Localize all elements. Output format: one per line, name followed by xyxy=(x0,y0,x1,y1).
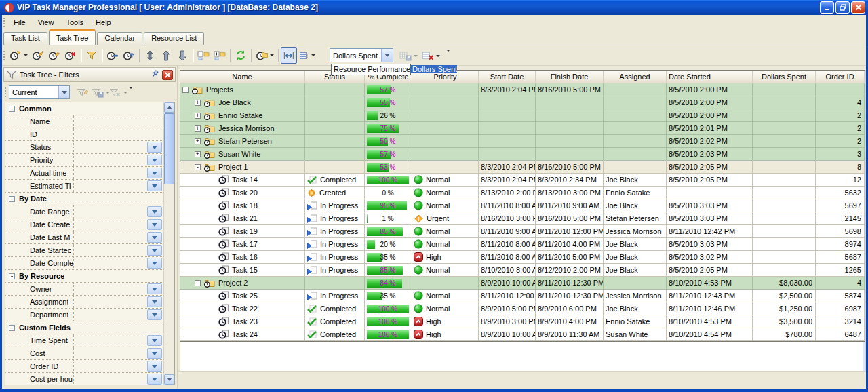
filter-value-dropdown-button[interactable] xyxy=(147,155,162,165)
column-header-date-started[interactable]: Date Started xyxy=(667,71,753,83)
collapse-box-icon[interactable]: - xyxy=(9,273,15,279)
filter-item-estimated-ti[interactable]: Estimated Ti xyxy=(5,180,163,193)
filter-value-dropdown-button[interactable] xyxy=(147,232,162,243)
filter-value-dropdown-button[interactable] xyxy=(147,142,162,153)
restore-button[interactable] xyxy=(835,1,850,14)
filter-scrollbar[interactable] xyxy=(163,102,174,385)
filter-item-owner[interactable]: Owner xyxy=(5,283,163,296)
minimize-button[interactable] xyxy=(820,1,834,14)
pin-icon[interactable] xyxy=(151,70,160,80)
filter-value-dropdown-button[interactable] xyxy=(147,283,162,294)
close-filters-button[interactable] xyxy=(162,70,173,80)
grid-row-task-16[interactable]: Task 16In Progress35 %High8/11/2010 8:00… xyxy=(180,251,865,264)
view-selector[interactable]: Dollars Spent Resource PerformanceDollar… xyxy=(330,48,393,62)
filter-value-dropdown-button[interactable] xyxy=(147,258,162,269)
group-by-button[interactable] xyxy=(254,47,276,64)
menu-tools[interactable]: Tools xyxy=(60,17,90,28)
collapse-box-icon[interactable]: - xyxy=(9,196,15,202)
grid-row-task-19[interactable]: Task 19In Progress85 %Normal8/11/2010 9:… xyxy=(180,225,865,238)
grid-row-jessica-morrison[interactable]: +Jessica Morrison75 %8/5/2010 2:01 PM2 xyxy=(180,122,865,135)
column-header-order-id[interactable]: Order ID xyxy=(816,71,865,83)
assign-resource-button[interactable] xyxy=(121,47,137,64)
filter-toolbar-grip[interactable] xyxy=(5,87,6,97)
toolbar-overflow[interactable] xyxy=(444,47,450,54)
filter-group-common[interactable]: -Common xyxy=(5,102,163,115)
column-header-name[interactable]: Name xyxy=(180,71,305,83)
tree-collapse-box[interactable]: - xyxy=(182,87,189,93)
column-header-dollars-spent[interactable]: Dollars Spent xyxy=(753,71,816,83)
tree-expand-box[interactable]: + xyxy=(195,113,201,119)
filter-item-date-startec[interactable]: Date Startec xyxy=(5,244,163,257)
toolbar-grip[interactable] xyxy=(3,51,5,60)
filter-group-by-date[interactable]: -By Date xyxy=(5,193,163,205)
tree-collapse-box[interactable]: - xyxy=(195,164,201,170)
menu-view[interactable]: View xyxy=(32,17,60,28)
tree-expand-box[interactable]: + xyxy=(195,151,201,157)
tab-task-list[interactable]: Task List xyxy=(3,32,47,45)
scroll-down-button[interactable] xyxy=(164,374,174,385)
filter-button[interactable] xyxy=(83,47,100,64)
grid-row-task-18[interactable]: Task 18In Progress95 %Normal8/11/2010 8:… xyxy=(180,199,865,212)
grid-row-task-17[interactable]: Task 17In Progress20 %Normal8/11/2010 8:… xyxy=(180,238,865,251)
grid-row-projects[interactable]: -Projects57 %8/3/2010 2:04 PM8/16/2010 5… xyxy=(180,83,865,96)
tab-calendar[interactable]: Calendar xyxy=(97,32,142,45)
collapse-box-icon[interactable]: - xyxy=(9,325,15,331)
filter-item-department[interactable]: Department xyxy=(5,309,163,321)
filter-item-cost-per-hou[interactable]: Cost per hou xyxy=(5,373,163,385)
filter-value-dropdown-button[interactable] xyxy=(147,361,162,372)
menu-file[interactable]: File xyxy=(7,17,32,28)
column-header-finish-date[interactable]: Finish Date xyxy=(536,71,604,83)
grid-row-task-24[interactable]: Task 24Completed100 %High8/9/2010 10:00 … xyxy=(180,328,865,341)
filter-group-custom-fields[interactable]: -Custom Fields xyxy=(5,321,163,334)
filter-item-status[interactable]: Status xyxy=(5,141,163,154)
grid-row-task-22[interactable]: Task 22Completed100 %Normal8/9/2010 5:00… xyxy=(180,302,865,315)
filter-item-date-range[interactable]: Date Range xyxy=(5,205,163,218)
view-selector-dropdown-button[interactable] xyxy=(381,49,393,62)
view-option-dollars-spent[interactable]: Dollars Spent xyxy=(410,65,457,73)
move-down-button[interactable] xyxy=(174,47,191,64)
add-subtask-button[interactable] xyxy=(30,47,46,64)
move-task-button[interactable] xyxy=(142,47,158,64)
grid-row-stefan-petersen[interactable]: +Stefan Petersen50 %8/5/2010 2:02 PM2 xyxy=(180,135,865,148)
filter-item-date-create[interactable]: Date Create xyxy=(5,218,163,231)
delete-task-button[interactable] xyxy=(62,47,79,64)
edit-task-button[interactable] xyxy=(46,47,62,64)
expand-all-button[interactable] xyxy=(212,47,228,64)
filter-item-date-comple[interactable]: Date Comple xyxy=(5,257,163,270)
filter-item-assignment[interactable]: Assignment xyxy=(5,296,163,309)
grid-row-task-25[interactable]: Task 25In Progress35 %Normal8/11/2010 12… xyxy=(180,290,865,302)
clear-filter-button[interactable] xyxy=(109,85,127,100)
menu-help[interactable]: Help xyxy=(90,17,117,28)
filter-item-name[interactable]: Name xyxy=(5,115,163,128)
fit-columns-button[interactable] xyxy=(281,47,297,64)
grid-row-task-21[interactable]: Task 21In Progress1 %!Urgent8/16/2010 3:… xyxy=(180,212,865,225)
view-option-resource-performance[interactable]: Resource Performance xyxy=(332,65,410,73)
grid-row-project-1[interactable]: -Project 153 %8/3/2010 2:04 PM8/16/2010 … xyxy=(180,161,865,174)
grid-row-susan-white[interactable]: +Susan White57 %8/5/2010 2:03 PM3 xyxy=(180,148,865,161)
menu-grip[interactable] xyxy=(3,18,5,27)
filter-value-dropdown-button[interactable] xyxy=(147,180,162,191)
tree-expand-box[interactable]: + xyxy=(195,138,201,144)
grid-row-ennio-satake[interactable]: +Ennio Satake26 %8/5/2010 2:00 PM2 xyxy=(180,109,865,122)
filter-preset-dropdown-button[interactable] xyxy=(58,86,69,98)
filter-item-date-last-m[interactable]: Date Last M xyxy=(5,231,163,244)
grid-row-task-15[interactable]: Task 15In Progress85 %Normal8/10/2010 8:… xyxy=(180,264,865,277)
column-header-assigned[interactable]: Assigned xyxy=(604,71,667,83)
columns-button[interactable] xyxy=(297,47,317,64)
filter-item-order-id[interactable]: Order ID xyxy=(5,360,163,373)
scroll-thumb[interactable] xyxy=(164,113,174,184)
refresh-button[interactable] xyxy=(233,47,249,64)
filter-preset-selector[interactable]: Current xyxy=(9,85,70,99)
tree-expand-box[interactable]: + xyxy=(195,100,201,106)
clear-grid-button[interactable] xyxy=(420,47,442,64)
grid-row-joe-black[interactable]: +Joe Black55 %8/5/2010 2:00 PM4 xyxy=(180,96,865,109)
save-grid-button[interactable] xyxy=(397,47,420,64)
add-task-button[interactable] xyxy=(7,47,30,64)
tab-resource-list[interactable]: Resource List xyxy=(144,32,204,45)
filter-value-dropdown-button[interactable] xyxy=(147,374,162,385)
filter-item-priority[interactable]: Priority xyxy=(5,154,163,167)
grid-row-project-2[interactable]: -Project 284 %8/9/2010 10:00 AM8/11/2010… xyxy=(180,277,865,290)
scroll-up-button[interactable] xyxy=(164,102,174,113)
filter-value-dropdown-button[interactable] xyxy=(147,206,162,217)
collapse-box-icon[interactable]: - xyxy=(9,106,15,112)
